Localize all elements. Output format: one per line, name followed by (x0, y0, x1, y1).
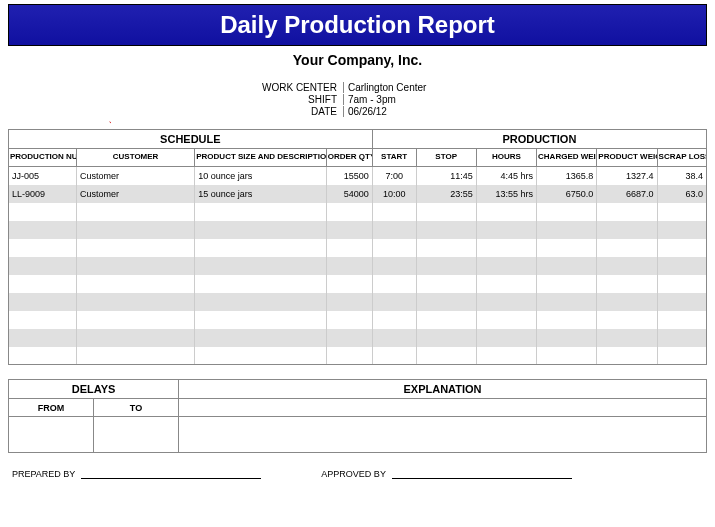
col-scrap-loss: SCRAP LOSS (657, 149, 706, 167)
work-center-label: WORK CENTER (262, 82, 343, 93)
cell-product-weight (597, 293, 657, 311)
cell-product-weight: 1327.4 (597, 167, 657, 185)
cell-order-qty (326, 311, 372, 329)
cell-charged-weight (537, 203, 597, 221)
report-title: Daily Production Report (220, 11, 495, 38)
cell-prod-number (9, 203, 77, 221)
cell-charged-weight (537, 275, 597, 293)
approved-by-label: APPROVED BY (321, 469, 386, 479)
cell-product: 10 ounce jars (195, 167, 326, 185)
cell-prod-number (9, 347, 77, 365)
cell-prod-number: LL-9009 (9, 185, 77, 203)
cell-charged-weight (537, 221, 597, 239)
cell-charged-weight (537, 329, 597, 347)
schedule-header: SCHEDULE (9, 130, 373, 149)
col-customer: CUSTOMER (76, 149, 194, 167)
cell-order-qty (326, 329, 372, 347)
cell-scrap-loss (657, 329, 706, 347)
cell-order-qty: 15500 (326, 167, 372, 185)
cell-hours (476, 203, 536, 221)
cell-start (372, 293, 416, 311)
col-charged-weight: CHARGED WEIGHT (537, 149, 597, 167)
delays-row (9, 435, 707, 453)
cell-customer (76, 293, 194, 311)
cell-prod-number (9, 293, 77, 311)
table-row (9, 275, 707, 293)
cell-charged-weight (537, 293, 597, 311)
cell-order-qty (326, 347, 372, 365)
cell-prod-number (9, 239, 77, 257)
cell-scrap-loss (657, 275, 706, 293)
cell-order-qty (326, 203, 372, 221)
table-row (9, 203, 707, 221)
cell-product (195, 311, 326, 329)
cell-customer: Customer (76, 185, 194, 203)
cell-start (372, 329, 416, 347)
cell-scrap-loss (657, 347, 706, 365)
cell-hours (476, 311, 536, 329)
cell-start (372, 203, 416, 221)
cell-product-weight: 6687.0 (597, 185, 657, 203)
cell-charged-weight: 1365.8 (537, 167, 597, 185)
delays-explanation-col (179, 399, 707, 417)
cell-prod-number: JJ-005 (9, 167, 77, 185)
cell-stop (416, 311, 476, 329)
cell-product (195, 221, 326, 239)
red-mark: 、 (108, 112, 118, 126)
cell-prod-number (9, 311, 77, 329)
cell-customer (76, 257, 194, 275)
table-row (9, 311, 707, 329)
cell-stop (416, 293, 476, 311)
col-start: START (372, 149, 416, 167)
shift-label: SHIFT (262, 94, 343, 105)
col-product: PRODUCT SIZE AND DESCRIPTION (195, 149, 326, 167)
table-row (9, 257, 707, 275)
cell-order-qty (326, 239, 372, 257)
cell-prod-number (9, 221, 77, 239)
cell-start (372, 239, 416, 257)
cell-start (372, 275, 416, 293)
cell-product (195, 347, 326, 365)
delays-table: DELAYS EXPLANATION FROM TO (8, 379, 707, 453)
delays-header: DELAYS (9, 380, 179, 399)
cell-product-weight (597, 203, 657, 221)
work-center-value: Carlington Center (343, 82, 453, 93)
cell-stop (416, 203, 476, 221)
cell-stop (416, 239, 476, 257)
delays-row (9, 417, 707, 435)
cell-hours (476, 329, 536, 347)
cell-charged-weight (537, 311, 597, 329)
cell-charged-weight (537, 239, 597, 257)
cell-scrap-loss (657, 311, 706, 329)
date-value: 06/26/12 (343, 106, 453, 117)
cell-charged-weight (537, 347, 597, 365)
cell-hours: 4:45 hrs (476, 167, 536, 185)
cell-product (195, 239, 326, 257)
cell-hours (476, 293, 536, 311)
cell-hours (476, 221, 536, 239)
cell-product (195, 275, 326, 293)
cell-scrap-loss (657, 239, 706, 257)
col-prod-number: PRODUCTION NUMBER (9, 149, 77, 167)
cell-scrap-loss (657, 203, 706, 221)
table-row (9, 347, 707, 365)
cell-order-qty: 54000 (326, 185, 372, 203)
cell-stop (416, 257, 476, 275)
cell-customer (76, 203, 194, 221)
cell-stop (416, 275, 476, 293)
cell-stop (416, 347, 476, 365)
delays-to-header: TO (94, 399, 179, 417)
col-product-weight: PRODUCT WEIGHT (597, 149, 657, 167)
cell-customer (76, 221, 194, 239)
cell-customer (76, 275, 194, 293)
table-row (9, 239, 707, 257)
cell-charged-weight (537, 257, 597, 275)
cell-prod-number (9, 275, 77, 293)
table-row: JJ-005Customer10 ounce jars155007:0011:4… (9, 167, 707, 185)
cell-product (195, 329, 326, 347)
cell-customer (76, 329, 194, 347)
cell-product-weight (597, 239, 657, 257)
cell-order-qty (326, 221, 372, 239)
cell-scrap-loss (657, 257, 706, 275)
cell-hours (476, 239, 536, 257)
